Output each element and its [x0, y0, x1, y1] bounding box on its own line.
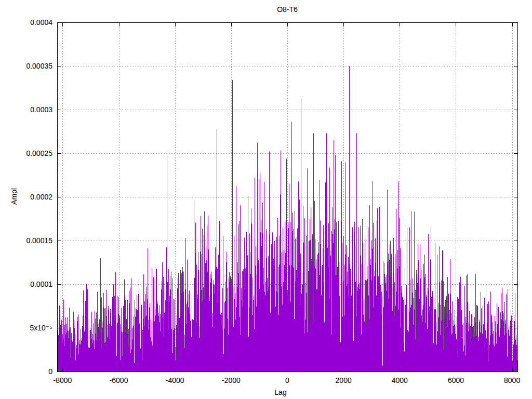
x-tick-label: 2000	[336, 376, 352, 384]
chart-title: O8-T6	[277, 5, 298, 14]
x-tick-label: -8000	[53, 376, 72, 384]
chart-figure: O8-T6 Ampl Lag -8000-6000-4000-200002000…	[0, 0, 532, 399]
y-tick-label: 0.00015	[0, 236, 52, 245]
y-tick-label: 0.0002	[0, 193, 52, 201]
x-tick-label: -2000	[222, 376, 241, 384]
x-tick-label: 8000	[504, 376, 520, 384]
x-tick-label: 6000	[448, 376, 464, 384]
y-tick-label: 5x10⁻⁵	[0, 324, 52, 332]
y-tick-label: 0.00025	[0, 149, 52, 157]
plot-area	[57, 22, 518, 372]
x-tick-label: 0	[285, 376, 289, 384]
y-tick-label: 0.0003	[0, 105, 52, 114]
x-axis-label: Lag	[274, 388, 286, 396]
x-tick-label: 4000	[392, 376, 408, 384]
y-tick-label: 0.0001	[0, 280, 52, 288]
y-tick-label: 0	[0, 367, 52, 376]
y-tick-label: 0.0004	[0, 18, 52, 26]
x-tick-label: -4000	[166, 376, 184, 384]
x-tick-label: -6000	[110, 376, 128, 384]
y-tick-label: 0.00035	[0, 62, 52, 70]
